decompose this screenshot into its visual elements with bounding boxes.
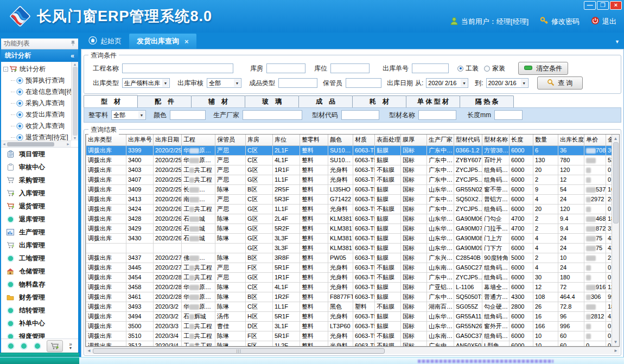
material-tab[interactable]: 型 材: [84, 95, 138, 107]
name-input[interactable]: [418, 110, 456, 120]
footer-dot-icon[interactable]: [20, 342, 28, 350]
column-header[interactable]: 膜厚: [401, 135, 427, 145]
radio-jiazhuang[interactable]: 家装: [484, 64, 505, 73]
column-header[interactable]: 数量: [533, 135, 558, 145]
table-row[interactable]: G区3L3F整料KLM38176063-T5贴膜国标山东华…GA90M09.门下…: [86, 243, 612, 253]
tab-home[interactable]: 起始页: [81, 34, 129, 49]
column-header[interactable]: 单价: [584, 135, 606, 145]
sidebar-item-结转管理[interactable]: 结转管理: [1, 304, 78, 317]
material-tab[interactable]: 成 品: [298, 95, 353, 107]
column-header[interactable]: 型材代码: [454, 135, 482, 145]
column-header[interactable]: 表面处理: [375, 135, 401, 145]
column-header[interactable]: 工程: [182, 135, 215, 145]
column-header[interactable]: 整零料: [300, 135, 328, 145]
column-header[interactable]: 出库类型: [86, 135, 126, 145]
tree-vertical-scrollbar[interactable]: ▲▼: [71, 62, 78, 141]
scroll-down-icon[interactable]: ▼: [614, 340, 618, 344]
sidebar-item-退货管理[interactable]: 退货管理: [1, 200, 78, 213]
table-row[interactable]: 调拨出库34942020/3/2石辉城汤伟H区5R1F整料光身料6063-T5贴…: [86, 311, 612, 321]
column-header[interactable]: 生产厂家: [427, 135, 454, 145]
sidebar-item-出库管理[interactable]: 出库管理: [1, 239, 78, 252]
date-from-select[interactable]: 2020/ 2/16▼: [426, 78, 468, 88]
column-header[interactable]: 保管员: [215, 135, 246, 145]
date-to-select[interactable]: 2020/ 3/16▼: [486, 78, 529, 88]
location-input[interactable]: [330, 63, 370, 73]
column-header[interactable]: 型材名称: [482, 135, 510, 145]
table-row[interactable]: 调拨出库34092020/2/25长…陈琳B区2R5F整料LI35HO6063-…: [86, 184, 612, 194]
material-tab[interactable]: 玻 璃: [245, 95, 299, 107]
length-input[interactable]: [494, 110, 523, 120]
tree-horizontal-scrollbar[interactable]: ◄►: [1, 141, 71, 147]
tab-overflow-caret-icon[interactable]: ▼: [615, 39, 620, 44]
sidebar-item-退库管理[interactable]: 退库管理: [1, 213, 78, 226]
logout-link[interactable]: 退出: [591, 16, 616, 27]
table-row[interactable]: 调拨出库34932020/3/2华原…陈琳C区1L1F整料黑色塑料不贴膜国标湖南…: [86, 302, 612, 311]
table-row[interactable]: 调拨出库34282020/2/26石城陈琳G区2L4F整料KLM38176063…: [86, 214, 612, 223]
table-row[interactable]: 调拨出库34032020/2/25工共工程严思G区1R1F整料光身料6063-T…: [86, 165, 612, 175]
column-header[interactable]: 出库日期: [154, 135, 182, 145]
material-tab[interactable]: 配 件: [137, 95, 192, 107]
column-header[interactable]: 出库单号: [126, 135, 154, 145]
table-row[interactable]: 调拨出库35102020/3/4工共工程陈琳F区5R1F整料光身料6063-T5…: [86, 331, 612, 341]
sidebar-item-财务管理[interactable]: 财务管理: [1, 291, 78, 304]
column-header[interactable]: 颜色: [328, 135, 353, 145]
sidebar-item-报废管理[interactable]: 报废管理: [1, 330, 78, 339]
project-input[interactable]: [122, 63, 233, 73]
tab-outbound-query[interactable]: 发货出库查询 ×: [129, 34, 196, 49]
material-tab[interactable]: 单 体 型 材: [406, 95, 460, 107]
scroll-up-icon[interactable]: ▲: [73, 62, 77, 66]
code-input[interactable]: [341, 110, 379, 120]
clear-conditions-button[interactable]: 清空条件: [518, 62, 568, 75]
search-button[interactable]: 查 询: [537, 76, 583, 90]
warehouse-input[interactable]: [266, 63, 305, 73]
column-header[interactable]: 库位: [273, 135, 300, 145]
column-header[interactable]: 长度: [510, 135, 533, 145]
footer-dot-icon[interactable]: [7, 342, 15, 350]
sidebar-item-项目管理[interactable]: 项目管理: [1, 148, 78, 161]
scroll-right-icon[interactable]: ►: [66, 142, 70, 146]
order-no-input[interactable]: [412, 63, 449, 73]
scroll-down-icon[interactable]: ▼: [73, 136, 77, 140]
radio-gongzhuang[interactable]: 工装: [457, 64, 479, 73]
tree-item[interactable]: 在途信息查询[待: [3, 86, 77, 98]
footer-dot-icon[interactable]: [34, 342, 41, 350]
grid-horizontal-scrollbar[interactable]: ◄ ||| ►: [85, 347, 620, 354]
scroll-up-icon[interactable]: ▲: [614, 136, 618, 141]
table-row[interactable]: 调拨出库33992020/2/25华原…严思C区2L1F整料SU10…6063-…: [86, 145, 612, 155]
scroll-left-icon[interactable]: ◄: [87, 348, 91, 353]
keeper-input[interactable]: [346, 78, 381, 88]
table-row[interactable]: 调拨出库34242020/2/26工共工程严思G区1L1F整料光身料6063-T…: [86, 204, 612, 214]
material-tab[interactable]: 隔 热 条: [460, 95, 514, 107]
scroll-left-icon[interactable]: ◄: [2, 142, 6, 146]
table-row[interactable]: 调拨出库34582020/2/28华原…陈琳C区4L1F整料光身料6063-T5…: [86, 282, 612, 292]
sidebar-item-生产管理[interactable]: 生产管理: [1, 226, 78, 239]
sidebar-item-补单中心[interactable]: 补单中心: [1, 317, 78, 330]
material-tab[interactable]: 辅 材: [191, 95, 245, 107]
grid-vertical-scrollbar[interactable]: ▲ ▼: [612, 135, 619, 346]
pin-icon[interactable]: [71, 40, 75, 48]
tree-item[interactable]: 预算执行查询: [3, 75, 77, 86]
table-row[interactable]: 调拨出库34002020/2/25华原…严思C区4L1F整料SU10…6063-…: [86, 155, 612, 165]
product-type-input[interactable]: [278, 78, 317, 88]
sidebar-section-header[interactable]: 统计分析 «: [1, 49, 78, 62]
table-row[interactable]: 调拨出库34612020/2/28华原…陈琳B区1R2F整料F8877FT606…: [86, 292, 612, 302]
table-row[interactable]: 调拨出库34132020/2/26南…严思C区5R3F整料G714226063-…: [86, 194, 612, 204]
column-header[interactable]: 材质: [353, 135, 375, 145]
sidebar-item-入库管理[interactable]: 入库管理: [1, 187, 78, 200]
sidebar-item-审核中心[interactable]: 审核中心: [1, 161, 78, 174]
change-password-link[interactable]: 修改密码: [540, 16, 580, 27]
minimize-button[interactable]: —: [584, 1, 596, 10]
column-header[interactable]: 金: [606, 135, 612, 145]
column-header[interactable]: 出库长度: [558, 135, 584, 145]
sidebar-item-采购管理[interactable]: 采购管理: [1, 174, 78, 187]
collapse-toggle-icon[interactable]: -: [3, 67, 8, 72]
scrollbar-thumb[interactable]: [613, 142, 619, 223]
manufacturer-input[interactable]: [243, 110, 302, 120]
sidebar-item-工地管理[interactable]: 工地管理: [1, 252, 78, 265]
tree-root[interactable]: -统计分析: [3, 63, 77, 75]
table-row[interactable]: 调拨出库34542020/2/28工共工程严思G区1R1F整料光身料6063-T…: [86, 272, 612, 282]
collapse-icon[interactable]: «: [71, 52, 74, 60]
material-tab[interactable]: 耗 材: [352, 95, 406, 107]
sidebar-item-仓储管理[interactable]: 仓储管理: [1, 265, 78, 278]
tree-item[interactable]: 收货入库查询: [3, 120, 77, 132]
